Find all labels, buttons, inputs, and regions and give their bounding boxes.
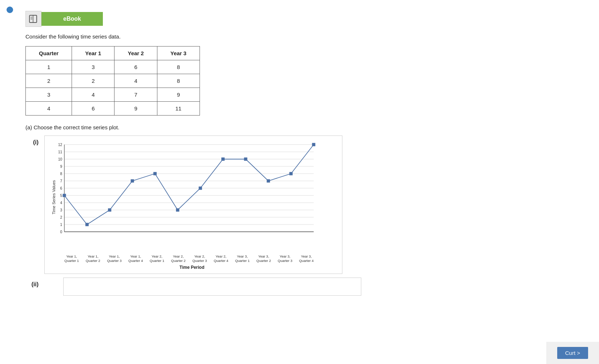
x-labels-container: Year 1,Quarter 1Year 1,Quarter 2Year 1,Q… (64, 254, 314, 263)
table-cell-r1-c2: 4 (114, 74, 157, 88)
svg-rect-38 (176, 209, 179, 211)
svg-text:10: 10 (58, 157, 63, 161)
chart-section-i: (i) Time Series Values 0123456789101112 … (25, 136, 584, 274)
svg-rect-36 (131, 179, 134, 182)
part-a-bold: (a) (25, 124, 32, 130)
bottom-nav: Curt > (546, 342, 599, 364)
svg-rect-42 (267, 179, 270, 182)
ebook-button[interactable]: eBook (41, 12, 103, 26)
svg-rect-39 (199, 187, 202, 190)
x-label: Year 2,Quarter 4 (214, 254, 228, 263)
table-cell-r0-c1: 3 (72, 60, 114, 74)
svg-text:4: 4 (60, 201, 62, 205)
x-label: Year 1,Quarter 4 (128, 254, 143, 263)
table-cell-r1-c3: 8 (157, 74, 200, 88)
col-header-quarter: Quarter (26, 46, 72, 60)
svg-text:6: 6 (60, 186, 62, 190)
chart-svg: 0123456789101112 (48, 141, 321, 243)
table-cell-r2-c0: 3 (26, 88, 72, 102)
table-cell-r3-c3: 11 (157, 102, 200, 116)
svg-text:12: 12 (58, 143, 63, 147)
svg-rect-40 (222, 158, 225, 161)
x-label: Year 3,Quarter 2 (256, 254, 271, 263)
part-ii-chart-placeholder (63, 278, 361, 296)
chart-inner: Time Series Values 0123456789101112 (48, 141, 325, 254)
ebook-icon-box (25, 11, 41, 27)
table-header-row: Quarter Year 1 Year 2 Year 3 (26, 46, 200, 60)
svg-text:5: 5 (60, 194, 62, 198)
part-a-text: Choose the correct time series plot. (34, 124, 120, 130)
svg-rect-37 (153, 172, 156, 175)
x-label: Year 2,Quarter 3 (192, 254, 207, 263)
svg-rect-33 (63, 194, 66, 197)
x-label: Year 1,Quarter 3 (107, 254, 121, 263)
table-row: 2248 (26, 74, 200, 88)
svg-text:0: 0 (60, 230, 62, 234)
roman-label-i: (i) (25, 139, 39, 146)
svg-text:11: 11 (58, 150, 63, 154)
table-cell-r2-c2: 7 (114, 88, 157, 102)
table-cell-r3-c2: 9 (114, 102, 157, 116)
page-wrapper: eBook Consider the following time series… (0, 0, 599, 364)
svg-rect-43 (290, 172, 293, 175)
book-icon (28, 15, 39, 23)
col-header-year3: Year 3 (157, 46, 200, 60)
svg-rect-35 (108, 209, 111, 211)
svg-rect-34 (85, 223, 88, 226)
part-a-label: (a) Choose the correct time series plot. (25, 124, 584, 130)
x-label: Year 3,Quarter 1 (235, 254, 250, 263)
svg-rect-41 (244, 158, 247, 161)
x-label: Year 1,Quarter 2 (86, 254, 100, 263)
x-label: Year 3,Quarter 3 (278, 254, 292, 263)
col-header-year2: Year 2 (114, 46, 157, 60)
roman-label-ii: (ii) (25, 281, 39, 288)
table-row: 46911 (26, 102, 200, 116)
curt-button[interactable]: Curt > (557, 347, 588, 359)
table-cell-r1-c0: 2 (26, 74, 72, 88)
table-cell-r0-c0: 1 (26, 60, 72, 74)
svg-text:2: 2 (60, 215, 62, 219)
svg-text:8: 8 (60, 172, 62, 176)
x-label: Year 2,Quarter 1 (150, 254, 164, 263)
intro-text: Consider the following time series data. (25, 33, 584, 40)
ebook-header: eBook (25, 11, 584, 27)
table-cell-r0-c2: 6 (114, 60, 157, 74)
table-cell-r1-c1: 2 (72, 74, 114, 88)
table-row: 1368 (26, 60, 200, 74)
x-label: Year 2,Quarter 2 (171, 254, 186, 263)
svg-text:1: 1 (60, 223, 62, 227)
blue-dot-indicator (7, 7, 13, 13)
svg-rect-44 (312, 143, 315, 146)
table-cell-r3-c0: 4 (26, 102, 72, 116)
table-cell-r2-c1: 4 (72, 88, 114, 102)
table-row: 3479 (26, 88, 200, 102)
chart-box-i: Time Series Values 0123456789101112 Year… (44, 136, 342, 274)
content-area: eBook Consider the following time series… (25, 7, 599, 296)
data-table: Quarter Year 1 Year 2 Year 3 13682248347… (25, 46, 200, 116)
chart-section-ii: (ii) (25, 278, 584, 296)
svg-text:3: 3 (60, 208, 62, 212)
svg-text:9: 9 (60, 165, 62, 169)
x-axis-title: Time Period (48, 265, 335, 270)
table-cell-r3-c1: 6 (72, 102, 114, 116)
col-header-year1: Year 1 (72, 46, 114, 60)
y-axis-label: Time Series Values (52, 180, 56, 214)
x-label: Year 3,Quarter 4 (299, 254, 314, 263)
table-cell-r2-c3: 9 (157, 88, 200, 102)
table-cell-r0-c3: 8 (157, 60, 200, 74)
svg-text:7: 7 (60, 179, 62, 183)
x-label: Year 1,Quarter 1 (64, 254, 79, 263)
